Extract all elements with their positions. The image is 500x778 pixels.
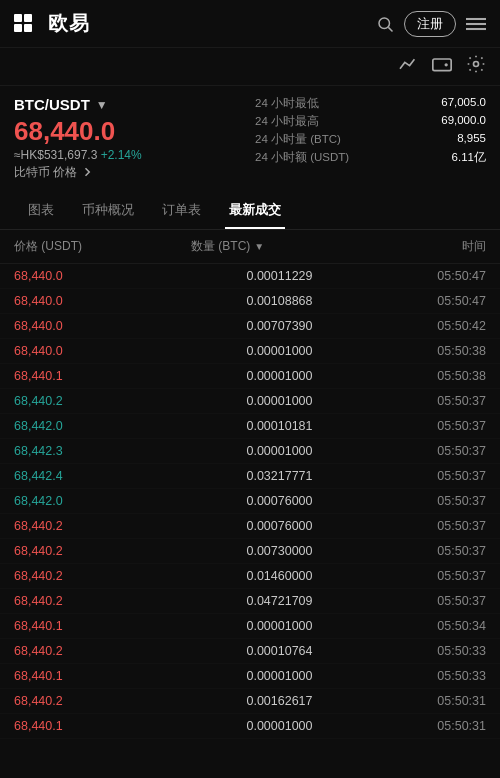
col-amount-header: 数量 (BTC) ▼ xyxy=(191,238,368,255)
svg-line-5 xyxy=(388,27,392,31)
trade-amount: 0.00011229 xyxy=(191,269,368,283)
trade-amount: 0.00001000 xyxy=(191,394,368,408)
trade-price: 68,440.1 xyxy=(14,719,191,733)
price-left: BTC/USDT ▼ 68,440.0 ≈HK$531,697.3 +2.14%… xyxy=(14,96,245,181)
trade-time: 05:50:38 xyxy=(368,369,486,383)
trade-amount: 0.00010764 xyxy=(191,644,368,658)
trade-row: 68,440.2 0.00076000 05:50:37 xyxy=(0,514,500,539)
trade-time: 05:50:38 xyxy=(368,344,486,358)
trade-time: 05:50:37 xyxy=(368,494,486,508)
trade-row: 68,442.0 0.00010181 05:50:37 xyxy=(0,414,500,439)
trade-row: 68,440.0 0.00108868 05:50:47 xyxy=(0,289,500,314)
trade-table: 68,440.0 0.00011229 05:50:47 68,440.0 0.… xyxy=(0,264,500,739)
trade-row: 68,440.2 0.00162617 05:50:31 xyxy=(0,689,500,714)
trade-row: 68,440.2 0.01460000 05:50:37 xyxy=(0,564,500,589)
trade-amount: 0.00001000 xyxy=(191,344,368,358)
tab-orderbook[interactable]: 订单表 xyxy=(148,191,215,229)
table-header: 价格 (USDT) 数量 (BTC) ▼ 时间 xyxy=(0,230,500,264)
trade-row: 68,440.1 0.00001000 05:50:38 xyxy=(0,364,500,389)
trade-row: 68,442.0 0.00076000 05:50:37 xyxy=(0,489,500,514)
trade-amount: 0.00076000 xyxy=(191,494,368,508)
trade-price: 68,440.2 xyxy=(14,544,191,558)
price-stats: 24 小时最低 67,005.0 24 小时最高 69,000.0 24 小时量… xyxy=(255,96,486,181)
trade-amount: 0.00730000 xyxy=(191,544,368,558)
chevron-down-icon[interactable]: ▼ xyxy=(96,98,108,112)
logo-text: 欧易 xyxy=(48,10,90,37)
pair-name: BTC/USDT xyxy=(14,96,90,113)
trade-time: 05:50:37 xyxy=(368,594,486,608)
trade-price: 68,440.1 xyxy=(14,669,191,683)
trade-time: 05:50:31 xyxy=(368,694,486,708)
tab-trades[interactable]: 最新成交 xyxy=(215,191,295,229)
stat-low: 24 小时最低 67,005.0 xyxy=(255,96,486,111)
trade-amount: 0.01460000 xyxy=(191,569,368,583)
trade-price: 68,440.2 xyxy=(14,694,191,708)
trade-price: 68,442.4 xyxy=(14,469,191,483)
trade-time: 05:50:42 xyxy=(368,319,486,333)
trade-amount: 0.00001000 xyxy=(191,719,368,733)
svg-rect-9 xyxy=(433,59,451,71)
svg-rect-0 xyxy=(14,14,22,22)
svg-point-4 xyxy=(379,18,390,29)
trade-amount: 0.00010181 xyxy=(191,419,368,433)
stat-high: 24 小时最高 69,000.0 xyxy=(255,114,486,129)
trade-amount: 0.00162617 xyxy=(191,694,368,708)
price-section: BTC/USDT ▼ 68,440.0 ≈HK$531,697.3 +2.14%… xyxy=(0,86,500,191)
stat-vol-btc: 24 小时量 (BTC) 8,955 xyxy=(255,132,486,147)
trade-row: 68,440.0 0.00001000 05:50:38 xyxy=(0,339,500,364)
trade-price: 68,442.3 xyxy=(14,444,191,458)
trade-time: 05:50:33 xyxy=(368,669,486,683)
trade-price: 68,440.0 xyxy=(14,344,191,358)
trade-row: 68,440.0 0.00707390 05:50:42 xyxy=(0,314,500,339)
menu-button[interactable] xyxy=(466,16,486,32)
trade-time: 05:50:31 xyxy=(368,719,486,733)
trade-amount: 0.04721709 xyxy=(191,594,368,608)
trade-time: 05:50:37 xyxy=(368,544,486,558)
trade-row: 68,442.3 0.00001000 05:50:37 xyxy=(0,439,500,464)
search-button[interactable] xyxy=(376,15,394,33)
trade-amount: 0.00076000 xyxy=(191,519,368,533)
trade-price: 68,440.2 xyxy=(14,644,191,658)
trade-time: 05:50:47 xyxy=(368,269,486,283)
svg-rect-2 xyxy=(14,24,22,32)
logo-icon xyxy=(14,14,42,34)
wallet-button[interactable] xyxy=(432,55,452,78)
trade-amount: 0.00707390 xyxy=(191,319,368,333)
trade-price: 68,440.2 xyxy=(14,519,191,533)
trade-time: 05:50:37 xyxy=(368,569,486,583)
price-hk: ≈HK$531,697.3 +2.14% xyxy=(14,148,245,162)
trade-time: 05:50:37 xyxy=(368,394,486,408)
header-right: 注册 xyxy=(376,11,486,37)
svg-rect-1 xyxy=(24,14,32,22)
trade-time: 05:50:37 xyxy=(368,469,486,483)
trade-time: 05:50:34 xyxy=(368,619,486,633)
svg-point-10 xyxy=(474,62,479,67)
trade-row: 68,440.1 0.00001000 05:50:31 xyxy=(0,714,500,739)
filter-icon[interactable]: ▼ xyxy=(254,241,264,252)
price-big: 68,440.0 xyxy=(14,117,245,146)
sub-header xyxy=(0,48,500,86)
header: 欧易 注册 xyxy=(0,0,500,48)
stat-vol-usdt: 24 小时额 (USDT) 6.11亿 xyxy=(255,150,486,165)
tab-chart[interactable]: 图表 xyxy=(14,191,68,229)
trade-price: 68,440.0 xyxy=(14,269,191,283)
register-button[interactable]: 注册 xyxy=(404,11,456,37)
trade-row: 68,442.4 0.03217771 05:50:37 xyxy=(0,464,500,489)
trade-price: 68,442.0 xyxy=(14,419,191,433)
trade-row: 68,440.2 0.00001000 05:50:37 xyxy=(0,389,500,414)
trade-amount: 0.00001000 xyxy=(191,619,368,633)
trade-row: 68,440.2 0.04721709 05:50:37 xyxy=(0,589,500,614)
trade-amount: 0.00001000 xyxy=(191,369,368,383)
trade-amount: 0.00001000 xyxy=(191,444,368,458)
bottom-fade xyxy=(0,739,500,769)
pair-row: BTC/USDT ▼ xyxy=(14,96,245,113)
chart-button[interactable] xyxy=(398,56,418,77)
price-label: 比特币 价格 xyxy=(14,164,245,181)
settings-button[interactable] xyxy=(466,54,486,79)
trade-price: 68,440.0 xyxy=(14,319,191,333)
trade-price: 68,440.1 xyxy=(14,619,191,633)
trade-price: 68,440.2 xyxy=(14,594,191,608)
trade-price: 68,440.1 xyxy=(14,369,191,383)
tab-overview[interactable]: 币种概况 xyxy=(68,191,148,229)
trade-amount: 0.00108868 xyxy=(191,294,368,308)
